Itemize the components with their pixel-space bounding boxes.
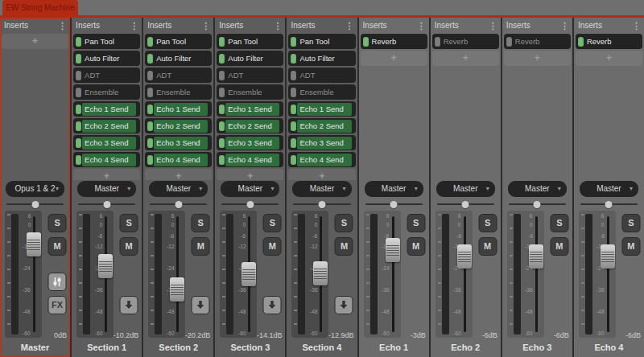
channel-name[interactable]: Echo 4 xyxy=(574,339,644,357)
fader-track[interactable] xyxy=(176,216,179,332)
plugin-enable-led[interactable] xyxy=(506,37,512,47)
plugin-enable-led[interactable] xyxy=(219,105,225,114)
channel-name[interactable]: Echo 3 xyxy=(502,339,572,357)
output-select[interactable]: Master ▾ xyxy=(580,181,638,197)
pan-knob[interactable] xyxy=(318,201,325,208)
plugin-enable-led[interactable] xyxy=(578,37,584,47)
insert-slot[interactable]: Pan Tool xyxy=(217,34,283,49)
plugin-enable-led[interactable] xyxy=(291,88,296,97)
collapse-button[interactable] xyxy=(192,296,210,314)
plugin-enable-led[interactable] xyxy=(76,105,81,114)
plugin-enable-led[interactable] xyxy=(147,88,153,97)
collapse-button[interactable] xyxy=(120,296,138,314)
insert-slot[interactable]: Echo 2 Send xyxy=(288,118,355,133)
insert-slot[interactable]: ADT xyxy=(145,68,212,83)
add-insert-button[interactable]: + xyxy=(504,51,571,66)
insert-slot[interactable]: Echo 4 Send xyxy=(145,152,212,167)
insert-slot[interactable]: ADT xyxy=(288,68,355,83)
plugin-enable-led[interactable] xyxy=(76,37,81,47)
add-insert-button[interactable]: + xyxy=(576,51,642,66)
output-select[interactable]: Opus 1 & 2 ▾ xyxy=(6,181,64,197)
solo-button[interactable]: S xyxy=(120,214,138,232)
plugin-enable-led[interactable] xyxy=(219,54,225,64)
kebab-menu-icon[interactable]: ⋮ xyxy=(345,22,354,30)
channel-name[interactable]: Section 4 xyxy=(287,339,357,357)
mute-button[interactable]: M xyxy=(407,237,425,256)
insert-slot[interactable]: Auto Filter xyxy=(73,51,140,66)
insert-slot[interactable]: Ensemble xyxy=(217,84,283,100)
collapse-button[interactable] xyxy=(263,296,282,314)
insert-slot[interactable]: Echo 1 Send xyxy=(217,101,283,117)
fader-handle[interactable] xyxy=(313,261,328,285)
insert-slot[interactable]: Echo 3 Send xyxy=(145,135,212,150)
plugin-enable-led[interactable] xyxy=(219,155,225,165)
fader-handle[interactable] xyxy=(601,244,615,269)
solo-button[interactable]: S xyxy=(407,214,425,232)
plugin-enable-led[interactable] xyxy=(76,121,81,131)
output-select[interactable]: Master ▾ xyxy=(508,181,567,197)
mute-button[interactable]: M xyxy=(120,237,138,256)
channel-strip-section-1[interactable]: Inserts ⋮ Pan Tool Auto Filter ADT Ensem… xyxy=(72,18,142,357)
fader-track[interactable] xyxy=(464,216,466,332)
pan-slider[interactable] xyxy=(437,199,494,209)
output-select[interactable]: Master ▾ xyxy=(365,181,423,197)
plugin-enable-led[interactable] xyxy=(147,71,153,80)
insert-slot[interactable]: Echo 3 Send xyxy=(288,135,355,150)
channel-strip-section-3[interactable]: Inserts ⋮ Pan Tool Auto Filter ADT Ensem… xyxy=(215,18,285,357)
insert-slot[interactable]: Echo 4 Send xyxy=(73,152,140,167)
insert-slot[interactable]: Ensemble xyxy=(288,84,355,100)
channel-strip-section-4[interactable]: Inserts ⋮ Pan Tool Auto Filter ADT Ensem… xyxy=(287,18,357,357)
output-select[interactable]: Master ▾ xyxy=(149,181,208,197)
add-insert-button[interactable]: + xyxy=(73,169,140,180)
plugin-enable-led[interactable] xyxy=(147,121,153,131)
channel-name[interactable]: Section 1 xyxy=(72,339,142,357)
add-insert-button[interactable]: + xyxy=(145,169,212,180)
insert-slot[interactable]: Echo 2 Send xyxy=(73,118,140,133)
insert-slot[interactable]: Echo 2 Send xyxy=(217,118,283,133)
plugin-enable-led[interactable] xyxy=(435,37,440,47)
pan-knob[interactable] xyxy=(31,201,39,208)
solo-button[interactable]: S xyxy=(478,214,497,232)
plugin-enable-led[interactable] xyxy=(291,37,296,47)
pan-slider[interactable] xyxy=(365,199,423,209)
mute-button[interactable]: M xyxy=(48,237,67,256)
plugin-enable-led[interactable] xyxy=(147,155,153,165)
insert-slot[interactable]: Echo 1 Send xyxy=(73,101,140,117)
insert-slot[interactable]: Reverb xyxy=(432,34,499,49)
mute-button[interactable]: M xyxy=(550,237,568,256)
channel-name[interactable]: Echo 1 xyxy=(359,339,429,357)
mute-button[interactable]: M xyxy=(263,237,282,256)
plugin-enable-led[interactable] xyxy=(291,155,296,165)
insert-slot[interactable]: Pan Tool xyxy=(145,34,212,49)
channel-name[interactable]: Master xyxy=(0,339,70,357)
output-select[interactable]: Master ▾ xyxy=(436,181,495,197)
solo-button[interactable]: S xyxy=(192,214,210,232)
pan-knob[interactable] xyxy=(605,201,613,208)
kebab-menu-icon[interactable]: ⋮ xyxy=(489,22,497,30)
pan-knob[interactable] xyxy=(390,201,398,208)
insert-slot[interactable]: Pan Tool xyxy=(73,34,140,49)
solo-button[interactable]: S xyxy=(263,214,282,232)
insert-slot[interactable]: Reverb xyxy=(361,34,427,49)
solo-button[interactable]: S xyxy=(621,214,640,232)
plugin-enable-led[interactable] xyxy=(291,121,296,131)
pan-slider[interactable] xyxy=(221,199,279,209)
insert-slot[interactable]: Auto Filter xyxy=(288,51,355,66)
pan-knob[interactable] xyxy=(246,201,254,208)
insert-slot[interactable]: Auto Filter xyxy=(217,51,283,66)
kebab-menu-icon[interactable]: ⋮ xyxy=(560,22,569,30)
plugin-enable-led[interactable] xyxy=(219,138,225,148)
add-insert-button[interactable]: + xyxy=(432,51,499,66)
plugin-enable-led[interactable] xyxy=(291,71,296,80)
pan-knob[interactable] xyxy=(462,201,469,208)
channel-name[interactable]: Section 3 xyxy=(215,339,285,357)
channel-strip-echo-3[interactable]: Inserts ⋮ Reverb + Master ▾ 60-6-12-24-3… xyxy=(502,18,572,357)
plugin-enable-led[interactable] xyxy=(219,121,225,131)
plugin-enable-led[interactable] xyxy=(291,138,296,148)
insert-slot[interactable]: ADT xyxy=(73,68,140,83)
insert-slot[interactable]: Auto Filter xyxy=(145,51,212,66)
solo-button[interactable]: S xyxy=(48,214,67,232)
insert-slot[interactable]: Echo 2 Send xyxy=(145,118,212,133)
plugin-enable-led[interactable] xyxy=(291,105,296,114)
channel-strip-section-2[interactable]: Inserts ⋮ Pan Tool Auto Filter ADT Ensem… xyxy=(143,18,213,357)
